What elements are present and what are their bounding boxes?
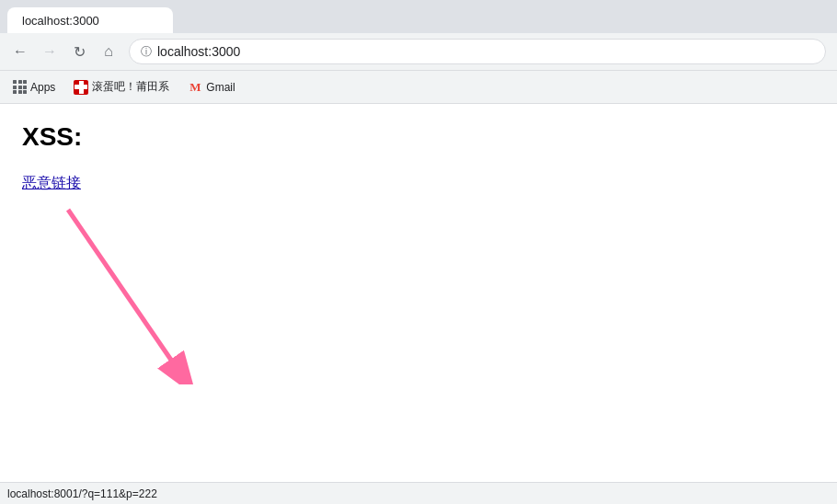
malicious-link[interactable]: 恶意链接 xyxy=(22,175,81,190)
bookmarks-bar: Apps 滚蛋吧！莆田系 M Gmail xyxy=(0,70,837,103)
tab-title: localhost:3000 xyxy=(22,14,99,28)
bookmark-gundan-label: 滚蛋吧！莆田系 xyxy=(92,79,169,95)
browser-chrome: localhost:3000 ← → ↻ ⌂ ⓘ localhost:3000 … xyxy=(0,0,837,104)
status-bar: localhost:8001/?q=111&p=222 xyxy=(0,482,837,504)
tab-area: localhost:3000 xyxy=(7,0,173,33)
bookmark-gundan[interactable]: 滚蛋吧！莆田系 xyxy=(68,75,175,98)
reload-button[interactable]: ↻ xyxy=(66,39,92,64)
back-button[interactable]: ← xyxy=(7,39,33,64)
bookmark-gmail-label: Gmail xyxy=(206,81,235,94)
gmail-icon: M xyxy=(188,80,202,95)
browser-titlebar: localhost:3000 xyxy=(0,0,837,33)
address-bar[interactable]: ⓘ localhost:3000 xyxy=(129,39,826,64)
info-icon: ⓘ xyxy=(141,44,152,60)
bookmark-apps-label: Apps xyxy=(30,81,55,94)
xss-heading: XSS: xyxy=(22,122,815,152)
gundan-icon xyxy=(74,80,88,95)
apps-grid-icon xyxy=(13,80,27,94)
browser-toolbar: ← → ↻ ⌂ ⓘ localhost:3000 xyxy=(0,33,837,70)
home-button[interactable]: ⌂ xyxy=(96,39,121,64)
status-url: localhost:8001/?q=111&p=222 xyxy=(7,487,157,500)
arrow-annotation xyxy=(22,200,206,366)
page-content: XSS: 恶意链接 xyxy=(0,104,837,483)
bookmark-gmail[interactable]: M Gmail xyxy=(182,76,240,98)
svg-line-1 xyxy=(68,210,178,371)
bookmark-apps[interactable]: Apps xyxy=(7,76,61,97)
url-display: localhost:3000 xyxy=(157,44,240,59)
browser-tab[interactable]: localhost:3000 xyxy=(7,7,173,33)
forward-button[interactable]: → xyxy=(37,39,63,64)
pink-arrow-svg xyxy=(40,200,206,384)
